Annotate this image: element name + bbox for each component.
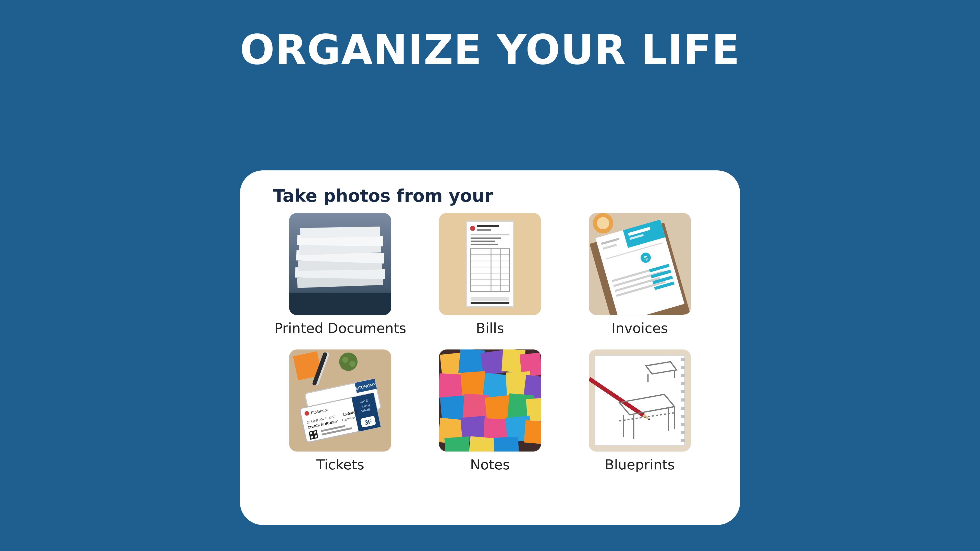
- svg-rect-109: [681, 358, 685, 361]
- tile-blueprints[interactable]: Blueprints: [573, 349, 707, 473]
- svg-rect-13: [477, 229, 491, 231]
- svg-rect-112: [681, 382, 685, 385]
- tile-bills[interactable]: Bills: [423, 213, 557, 336]
- svg-rect-7: [301, 227, 380, 238]
- invoices-icon: $: [589, 213, 691, 315]
- notes-icon: [439, 349, 541, 451]
- svg-rect-15: [471, 238, 501, 239]
- tile-label: Notes: [470, 457, 510, 473]
- bills-icon: [439, 213, 541, 315]
- svg-rect-73: [314, 431, 316, 433]
- svg-rect-90: [461, 371, 487, 397]
- svg-rect-114: [681, 399, 685, 402]
- svg-rect-115: [681, 407, 685, 410]
- svg-rect-110: [681, 366, 685, 369]
- svg-point-11: [470, 226, 475, 231]
- svg-point-54: [339, 353, 358, 371]
- tile-notes[interactable]: Notes: [423, 349, 557, 473]
- svg-rect-71: [309, 430, 318, 440]
- svg-rect-95: [463, 394, 489, 420]
- svg-rect-113: [681, 390, 685, 393]
- tile-label: Invoices: [611, 320, 668, 336]
- tickets-icon: ECONOMY FLVendor 20 MAR 2024 XYZ 10:00AM…: [289, 349, 391, 451]
- tile-label: Blueprints: [605, 457, 675, 473]
- categories-card: Take photos from your: [240, 170, 740, 525]
- svg-rect-89: [439, 373, 464, 399]
- svg-rect-119: [681, 439, 685, 442]
- svg-rect-75: [315, 435, 317, 437]
- svg-rect-103: [524, 420, 541, 445]
- tile-label: Tickets: [316, 457, 364, 473]
- svg-rect-104: [444, 437, 470, 451]
- page-title: ORGANIZE YOUR LIFE: [222, 25, 758, 75]
- tile-printed-documents[interactable]: Printed Documents: [273, 213, 407, 336]
- tile-invoices[interactable]: $ Invoices: [573, 213, 707, 336]
- svg-rect-28: [471, 302, 509, 304]
- svg-rect-117: [681, 423, 685, 426]
- svg-rect-108: [595, 356, 685, 445]
- card-heading: Take photos from your: [273, 186, 707, 206]
- svg-point-31: [597, 217, 609, 229]
- svg-rect-118: [681, 431, 685, 434]
- tile-label: Printed Documents: [274, 320, 406, 336]
- svg-point-55: [342, 357, 348, 363]
- categories-grid: Printed Documents: [273, 213, 707, 473]
- svg-point-56: [349, 361, 355, 367]
- svg-text:3F: 3F: [364, 418, 372, 426]
- tile-label: Bills: [476, 320, 504, 336]
- svg-rect-12: [477, 225, 499, 227]
- svg-rect-10: [466, 221, 514, 307]
- svg-rect-8: [289, 292, 391, 315]
- svg-rect-105: [469, 436, 495, 451]
- svg-rect-27: [471, 297, 509, 301]
- svg-rect-74: [311, 436, 313, 438]
- svg-rect-106: [493, 437, 519, 451]
- svg-rect-16: [471, 241, 495, 242]
- svg-rect-116: [681, 415, 685, 418]
- blueprints-icon: [589, 349, 691, 451]
- svg-rect-72: [310, 432, 312, 434]
- svg-rect-111: [681, 374, 685, 377]
- printed-documents-icon: [289, 213, 391, 315]
- tile-tickets[interactable]: ECONOMY FLVendor 20 MAR 2024 XYZ 10:00AM…: [273, 349, 407, 473]
- svg-rect-14: [471, 234, 509, 235]
- svg-rect-17: [471, 244, 498, 245]
